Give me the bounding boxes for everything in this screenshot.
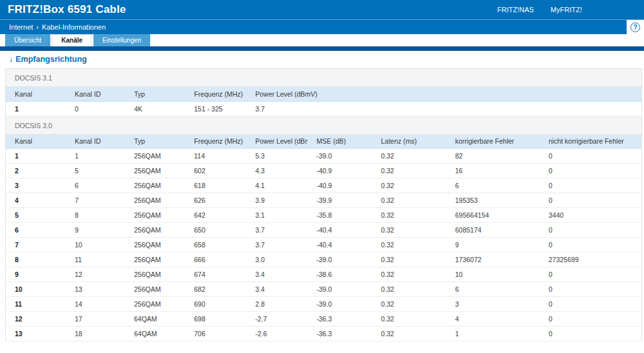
table-row: 1114256QAM6902.8-39.00.3230 — [6, 297, 641, 312]
channel-tables-panel: DOCSIS 3.1 KanalKanal IDTypFrequenz (MHz… — [5, 68, 642, 341]
cell: 9 — [6, 267, 66, 282]
tab-bar-strip — [0, 46, 644, 51]
tab-uebersicht[interactable]: Übersicht — [5, 34, 50, 46]
cell: 618 — [185, 178, 246, 193]
cell: 0 — [540, 327, 641, 341]
cell: 3 — [6, 178, 66, 193]
cell: 1 — [66, 149, 125, 164]
cell: 256QAM — [125, 267, 185, 282]
cell: 5.3 — [246, 149, 307, 164]
cell: 5 — [66, 164, 125, 178]
help-icon[interactable]: ? — [630, 23, 640, 32]
cell: 4 — [6, 193, 66, 208]
docsis31-table: KanalKanal IDTypFrequenz (MHz)Power Leve… — [6, 87, 641, 117]
cell: 698 — [185, 312, 246, 327]
cell: 0.32 — [372, 193, 446, 208]
cell: -39.0 — [307, 297, 372, 312]
column-header: Frequenz (MHz) — [185, 135, 246, 149]
cell: 0 — [66, 101, 125, 116]
column-header: Kanal — [6, 87, 66, 101]
cell: 0.32 — [372, 149, 446, 164]
cell: 1736072 — [446, 253, 540, 267]
cell: 0.32 — [372, 178, 446, 193]
column-header: Power Level (dBmV) — [246, 87, 641, 101]
breadcrumb-bar: Internet › Kabel-Informationen ? — [0, 19, 644, 34]
column-header: Latenz (ms) — [372, 135, 446, 149]
table-row: 121764QAM698-2.7-36.30.3240 — [6, 312, 641, 327]
cell: 13 — [66, 282, 125, 297]
cell: 256QAM — [125, 208, 185, 223]
cell: -40.9 — [307, 178, 372, 193]
cell: 12 — [66, 267, 125, 282]
section-heading-empfangsrichtung[interactable]: ↓Empfangsrichtung — [9, 55, 644, 64]
table-row: 58256QAM6423.1-35.80.326956641543440 — [6, 208, 641, 223]
cell: 18 — [66, 327, 125, 341]
cell: 3.7 — [246, 223, 307, 238]
cell: -40.4 — [307, 223, 372, 238]
cell: 0.32 — [372, 297, 446, 312]
cell: 3.4 — [246, 282, 307, 297]
table-row: 710256QAM6583.7-40.40.3290 — [6, 238, 641, 253]
docsis30-caption: DOCSIS 3.0 — [6, 117, 641, 135]
cell: 642 — [185, 208, 246, 223]
down-arrow-icon: ↓ — [9, 55, 13, 64]
table-header-row: KanalKanal IDTypFrequenz (MHz)Power Leve… — [6, 87, 641, 101]
cell: 0 — [540, 164, 641, 178]
cell: 3.9 — [246, 193, 307, 208]
cell: 256QAM — [125, 297, 185, 312]
cell: 256QAM — [125, 282, 185, 297]
breadcrumb-item-internet[interactable]: Internet — [9, 23, 33, 31]
cell: 0 — [540, 297, 641, 312]
cell: 10 — [6, 282, 66, 297]
cell: -36.3 — [307, 312, 372, 327]
fritz-nas-link[interactable]: FRITZ!NAS — [497, 6, 534, 14]
table-row: 69256QAM6503.7-40.40.3260851740 — [6, 223, 641, 238]
column-header: nicht korrigierbare Fehler — [540, 135, 641, 149]
cell: 6 — [6, 223, 66, 238]
table-row: 1013256QAM6823.4-39.00.3260 — [6, 282, 641, 297]
cell: 14 — [66, 297, 125, 312]
cell: -35.8 — [307, 208, 372, 223]
cell: -39.0 — [307, 253, 372, 267]
breadcrumb-item-kabel-informationen: Kabel-Informationen — [42, 23, 106, 31]
cell: 27325699 — [540, 253, 641, 267]
cell: 82 — [446, 149, 540, 164]
cell: 11 — [66, 253, 125, 267]
cell: 6085174 — [446, 223, 540, 238]
cell: 0.32 — [372, 282, 446, 297]
column-header: MSE (dB) — [307, 135, 372, 149]
cell: 4.1 — [246, 178, 307, 193]
table-header-row: KanalKanal IDTypFrequenz (MHz)Power Leve… — [6, 135, 641, 149]
cell: 626 — [185, 193, 246, 208]
myfritz-link[interactable]: MyFRITZ! — [551, 6, 582, 14]
cell: -39.0 — [307, 149, 372, 164]
cell: 151 - 325 — [185, 101, 246, 116]
cell: 0.32 — [372, 253, 446, 267]
table-row: 131864QAM706-2.6-36.30.3210 — [6, 327, 641, 341]
cell: 7 — [66, 193, 125, 208]
cell: 17 — [66, 312, 125, 327]
table-row: 25256QAM6024.3-40.90.32160 — [6, 164, 641, 178]
cell: -40.9 — [307, 164, 372, 178]
tab-kanaele[interactable]: Kanäle — [52, 34, 92, 46]
cell: 256QAM — [125, 149, 185, 164]
cell: 6 — [66, 178, 125, 193]
cell: 3.1 — [246, 208, 307, 223]
cell: -39.9 — [307, 193, 372, 208]
cell: 256QAM — [125, 164, 185, 178]
cell: 666 — [185, 253, 246, 267]
cell: 695664154 — [446, 208, 540, 223]
table-row: 11256QAM1145.3-39.00.32820 — [6, 149, 641, 164]
cell: 4 — [446, 312, 540, 327]
cell: 0.32 — [372, 208, 446, 223]
cell: 0.32 — [372, 238, 446, 253]
cell: 256QAM — [125, 178, 185, 193]
cell: -2.7 — [246, 312, 307, 327]
tab-einstellungen[interactable]: Einstellungen — [93, 34, 150, 46]
breadcrumb-separator: › — [36, 23, 39, 31]
cell: 3 — [446, 297, 540, 312]
cell: 674 — [185, 267, 246, 282]
cell: 256QAM — [125, 238, 185, 253]
cell: -39.0 — [307, 282, 372, 297]
cell: 5 — [6, 208, 66, 223]
